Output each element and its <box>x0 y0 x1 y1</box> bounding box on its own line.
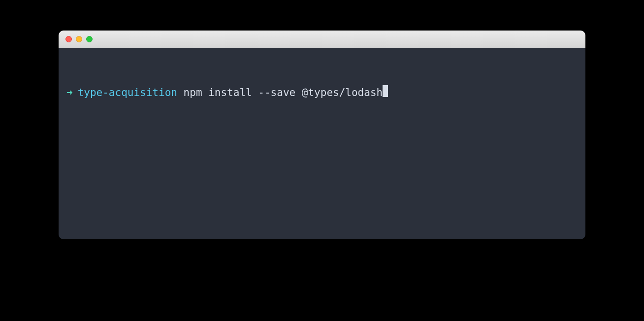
minimize-button[interactable] <box>76 36 82 42</box>
terminal-body[interactable]: ➜ type-acquisition npm install --save @t… <box>59 48 585 239</box>
prompt-arrow-icon: ➜ <box>66 86 73 100</box>
close-button[interactable] <box>65 36 72 42</box>
cursor-block <box>383 85 388 97</box>
terminal-window: ➜ type-acquisition npm install --save @t… <box>59 31 585 239</box>
command-input: npm install --save @types/lodash <box>184 87 383 98</box>
prompt-cwd: type-acquisition <box>78 86 177 100</box>
prompt-line: ➜ type-acquisition npm install --save @t… <box>66 84 578 100</box>
command-text: npm install --save @types/lodash <box>177 86 383 100</box>
window-titlebar <box>59 31 585 48</box>
zoom-button[interactable] <box>86 36 93 42</box>
